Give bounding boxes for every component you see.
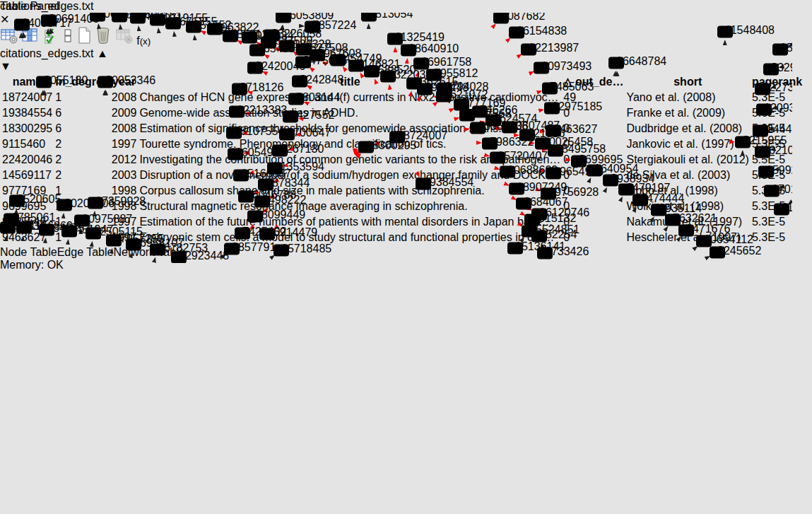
graph-node[interactable]: 1167533: [774, 201, 792, 216]
graph-node-label: 9699695: [579, 153, 623, 165]
graph-node-label: 17359928: [95, 195, 146, 207]
graph-node[interactable]: 20053346: [98, 74, 155, 88]
node-layer: 1405571720691406106532871527602646616110…: [0, 13, 792, 263]
graph-node[interactable]: 9227349: [755, 81, 792, 95]
graph-edge: [637, 227, 668, 263]
network-canvas[interactable]: 1405571720691406106532871527602646616110…: [0, 13, 792, 263]
graph-edge: [27, 90, 43, 263]
graph-node[interactable]: 1733426: [537, 245, 589, 259]
graph-edge: [109, 249, 112, 263]
graph-node-label: 11548408: [725, 24, 775, 36]
graph-node[interactable]: 2055130: [36, 74, 88, 88]
graph-edge: [671, 247, 698, 263]
graph-node[interactable]: 16914479: [259, 226, 317, 240]
graph-node[interactable]: 16154838: [509, 25, 567, 39]
graph-edge: [0, 137, 397, 158]
graph-node[interactable]: 7485063: [542, 81, 594, 95]
graph-edge: [375, 79, 397, 137]
graph-node[interactable]: 9463627: [546, 123, 597, 137]
graph-node[interactable]: 16210643: [755, 144, 792, 158]
graph-node[interactable]: 18724007: [389, 129, 447, 144]
graph-node[interactable]: 18640910: [401, 42, 459, 57]
graph-node-label: 16914479: [267, 226, 317, 238]
graph-edge: [89, 242, 93, 263]
graph-node[interactable]: 19654923: [546, 165, 604, 180]
graph-node[interactable]: 15720407: [490, 150, 548, 164]
graph-node-label: 1167533: [782, 201, 792, 214]
graph-node-label: 17016504: [772, 183, 792, 195]
graph-node[interactable]: 2718126: [232, 81, 283, 95]
graph-node[interactable]: 18300295: [358, 139, 416, 153]
graph-node[interactable]: 18099449: [247, 209, 305, 223]
graph-node[interactable]: 12093582: [756, 102, 792, 116]
graph-node-label: 18640910: [408, 42, 459, 54]
graph-edge: [139, 13, 216, 263]
graph-node-label: 2055130: [44, 74, 88, 86]
graph-node[interactable]: 7986322: [482, 136, 534, 150]
graph-edge: [45, 90, 59, 263]
graph-node[interactable]: 12923448: [171, 250, 229, 264]
graph-edge: [259, 255, 274, 263]
graph-edge: [0, 133, 397, 137]
graph-node[interactable]: 9242848: [292, 74, 343, 88]
graph-node[interactable]: 15718485: [273, 243, 331, 257]
graph-node-label: 8878344: [266, 177, 310, 189]
graph-node-label: 15992971: [766, 164, 792, 176]
graph-node[interactable]: 10973493: [534, 60, 592, 74]
graph-node[interactable]: 8267130: [272, 143, 324, 157]
graph-node-label: 19384554: [423, 176, 473, 188]
graph-edge: [174, 32, 199, 263]
graph-node-label: 2718126: [240, 81, 283, 93]
graph-node[interactable]: 12213987: [521, 42, 579, 56]
graph-node[interactable]: 22420046: [247, 60, 305, 74]
graph-node[interactable]: 15751074: [772, 42, 792, 56]
graph-node[interactable]: 2803144: [288, 91, 340, 105]
graph-edge: [3, 236, 7, 263]
graph-node-label: 22420046: [255, 60, 305, 72]
graph-node-label: 7485063: [550, 81, 594, 93]
graph-edge: [587, 197, 623, 263]
graph-edge: [654, 237, 681, 263]
graph-node[interactable]: 8427552: [283, 109, 334, 123]
graph-node-label: 12923448: [179, 250, 229, 262]
graph-node[interactable]: 17016504: [764, 183, 792, 197]
graph-node[interactable]: 9245652: [710, 245, 761, 259]
graph-edge: [688, 256, 710, 263]
graph-node-label: 7986322: [490, 136, 534, 148]
graph-node-label: 9857791: [232, 241, 276, 253]
graph-node[interactable]: 2087682: [493, 13, 545, 24]
graph-node[interactable]: 16648784: [608, 55, 666, 69]
graph-node[interactable]: 3498222: [254, 194, 306, 208]
graph-node[interactable]: 9329966: [763, 62, 792, 76]
graph-edge: [65, 240, 69, 263]
graph-node-label: 20053346: [105, 74, 155, 86]
network-view: 1405571720691406106532871527602646616110…: [0, 13, 812, 266]
graph-node-label: 1733426: [545, 245, 589, 257]
graph-node-label: 12093582: [764, 102, 792, 114]
graph-edge: [153, 258, 155, 263]
graph-node[interactable]: 19384554: [416, 176, 473, 190]
graph-node-label: 15718485: [281, 243, 331, 255]
graph-node-label: 18099449: [255, 209, 305, 221]
graph-node[interactable]: 18107554: [226, 125, 284, 139]
graph-node[interactable]: 1700647: [279, 127, 331, 141]
graph-node-label: 2520605: [17, 193, 61, 205]
graph-node[interactable]: 8813054: [361, 13, 413, 22]
graph-edge: [129, 253, 131, 263]
graph-edge: [194, 35, 216, 263]
graph-node[interactable]: 12213383: [229, 104, 287, 118]
graph-node-label: 15720407: [498, 150, 548, 162]
graph-node[interactable]: 2520605: [9, 193, 61, 207]
graph-edge: [0, 137, 397, 232]
graph-node[interactable]: 12975185: [544, 100, 602, 115]
graph-node[interactable]: 17359928: [88, 195, 146, 209]
graph-node[interactable]: 9857791: [224, 241, 276, 255]
graph-node-label: 1322037: [388, 69, 432, 81]
graph-node[interactable]: 11548408: [717, 24, 775, 38]
graph-node-label: 12213383: [237, 104, 287, 116]
graph-node-label: 15751074: [780, 42, 792, 54]
graph-edge: [389, 85, 397, 137]
network-window-titlebar[interactable]: citations_edges.txt: [0, 0, 812, 13]
graph-edge: [397, 137, 485, 263]
graph-node[interactable]: 15992971: [758, 164, 792, 178]
